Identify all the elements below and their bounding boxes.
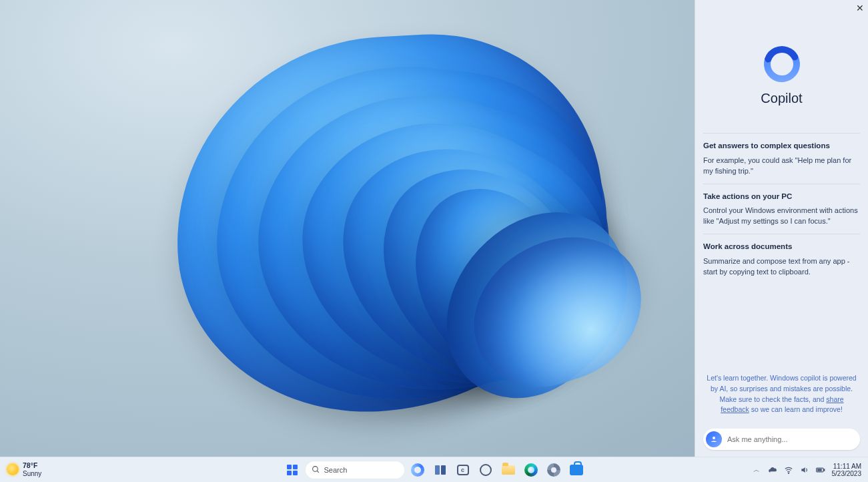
section-body: Summarize and compose text from any app … bbox=[703, 256, 860, 278]
tray-overflow-button[interactable]: ︿ bbox=[752, 465, 761, 475]
task-view-button[interactable] bbox=[430, 460, 450, 480]
copilot-logo-icon bbox=[763, 45, 801, 83]
section-body: For example, you could ask "Help me plan… bbox=[703, 156, 860, 177]
chat-icon bbox=[457, 465, 469, 475]
sun-icon bbox=[7, 463, 19, 475]
svg-rect-8 bbox=[817, 469, 821, 471]
copilot-taskbar-button[interactable] bbox=[408, 460, 428, 480]
settings-button[interactable] bbox=[544, 460, 564, 480]
section-heading: Work across documents bbox=[703, 241, 860, 252]
clock-date: 5/23/2023 bbox=[832, 470, 862, 477]
weather-temp: 78°F bbox=[23, 462, 41, 470]
battery-icon[interactable] bbox=[816, 465, 825, 475]
weather-condition: Sunny bbox=[23, 470, 41, 477]
copilot-panel: ✕ Copilot Get answers to complex questio… bbox=[695, 0, 868, 457]
start-icon bbox=[287, 465, 298, 475]
weather-widget[interactable]: 78°F Sunny bbox=[7, 462, 41, 477]
copilot-disclaimer: Let's learn together. Windows copilot is… bbox=[703, 367, 860, 422]
folder-icon bbox=[502, 465, 515, 475]
close-icon[interactable]: ✕ bbox=[856, 3, 864, 13]
taskbar: 78°F Sunny Search ︿ 11:11 AM 5/23/2023 bbox=[0, 457, 868, 482]
start-button[interactable] bbox=[282, 460, 302, 480]
copilot-input[interactable] bbox=[727, 435, 853, 443]
edge-button[interactable] bbox=[521, 460, 541, 480]
svg-point-2 bbox=[713, 437, 715, 439]
edge-icon bbox=[524, 463, 538, 477]
copilot-section: Take actions on your PC Control your Win… bbox=[703, 184, 860, 234]
chat-button[interactable] bbox=[453, 460, 473, 480]
task-view-icon bbox=[435, 465, 446, 475]
search-icon bbox=[312, 465, 320, 474]
search-placeholder: Search bbox=[324, 466, 348, 474]
disclaimer-text: so we can learn and improve! bbox=[749, 405, 843, 413]
onedrive-icon[interactable] bbox=[768, 465, 777, 475]
copilot-input-row[interactable] bbox=[703, 429, 860, 450]
section-body: Control your Windows environment with ac… bbox=[703, 206, 860, 227]
svg-point-3 bbox=[312, 467, 318, 472]
svg-line-4 bbox=[317, 471, 319, 473]
circle-icon bbox=[480, 464, 492, 476]
copilot-section: Work across documents Summarize and comp… bbox=[703, 234, 860, 284]
widgets-button[interactable] bbox=[476, 460, 496, 480]
store-icon bbox=[570, 465, 583, 475]
volume-icon[interactable] bbox=[800, 465, 809, 475]
section-heading: Take actions on your PC bbox=[703, 191, 860, 202]
section-heading: Get answers to complex questions bbox=[703, 140, 860, 152]
file-explorer-button[interactable] bbox=[498, 460, 518, 480]
svg-point-5 bbox=[788, 473, 789, 473]
copilot-hero: Copilot bbox=[703, 45, 860, 106]
clock-time: 11:11 AM bbox=[832, 463, 862, 470]
taskbar-clock[interactable]: 11:11 AM 5/23/2023 bbox=[832, 463, 862, 477]
copilot-icon bbox=[411, 463, 424, 477]
wifi-icon[interactable] bbox=[784, 465, 793, 475]
taskbar-search[interactable]: Search bbox=[305, 461, 405, 479]
gear-icon bbox=[547, 463, 560, 477]
store-button[interactable] bbox=[566, 460, 586, 480]
copilot-section: Get answers to complex questions For exa… bbox=[703, 133, 860, 184]
svg-rect-7 bbox=[823, 469, 824, 470]
copilot-avatar-icon bbox=[706, 431, 722, 447]
copilot-title: Copilot bbox=[703, 91, 860, 106]
